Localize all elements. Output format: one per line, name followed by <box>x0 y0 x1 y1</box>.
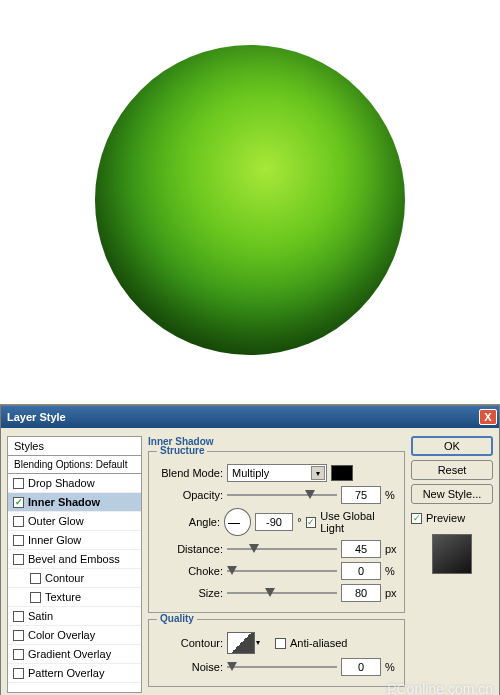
noise-slider[interactable] <box>227 660 337 674</box>
titlebar: Layer Style X <box>1 406 499 428</box>
shadow-color-swatch[interactable] <box>331 465 353 481</box>
size-input[interactable]: 80 <box>341 584 381 602</box>
style-row-label: Drop Shadow <box>28 477 95 489</box>
blend-mode-label: Blend Mode: <box>155 467 223 479</box>
style-row-label: Inner Shadow <box>28 496 100 508</box>
style-row-inner-shadow[interactable]: ✓Inner Shadow <box>8 493 141 512</box>
settings-panel: Inner Shadow Structure Blend Mode: Multi… <box>148 436 405 693</box>
anti-aliased-checkbox[interactable] <box>275 638 286 649</box>
opacity-label: Opacity: <box>155 489 223 501</box>
style-checkbox[interactable] <box>13 649 24 660</box>
choke-unit: % <box>385 565 395 577</box>
preview-swatch <box>432 534 472 574</box>
contour-label: Contour: <box>155 637 223 649</box>
layer-style-dialog: Layer Style X Styles Blending Options: D… <box>0 405 500 695</box>
quality-fieldset: Quality Contour: ▾ Anti-aliased Noise: 0… <box>148 619 405 687</box>
dialog-buttons: OK Reset New Style... ✓ Preview <box>411 436 493 693</box>
style-checkbox[interactable] <box>13 611 24 622</box>
green-sphere <box>95 45 405 355</box>
style-row-label: Bevel and Emboss <box>28 553 120 565</box>
style-row-satin[interactable]: Satin <box>8 607 141 626</box>
choke-input[interactable]: 0 <box>341 562 381 580</box>
noise-input[interactable]: 0 <box>341 658 381 676</box>
distance-input[interactable]: 45 <box>341 540 381 558</box>
style-row-label: Outer Glow <box>28 515 84 527</box>
angle-dial[interactable] <box>224 508 251 536</box>
global-light-checkbox[interactable]: ✓ <box>306 517 317 528</box>
style-row-label: Satin <box>28 610 53 622</box>
style-row-label: Texture <box>45 591 81 603</box>
preview-label: Preview <box>426 512 465 524</box>
style-row-drop-shadow[interactable]: Drop Shadow <box>8 474 141 493</box>
dialog-title: Layer Style <box>7 411 479 423</box>
style-checkbox[interactable] <box>13 668 24 679</box>
style-row-gradient-overlay[interactable]: Gradient Overlay <box>8 645 141 664</box>
quality-legend: Quality <box>157 613 197 624</box>
style-checkbox[interactable] <box>13 630 24 641</box>
preview-checkbox[interactable]: ✓ <box>411 513 422 524</box>
style-checkbox[interactable] <box>13 535 24 546</box>
style-row-texture[interactable]: Texture <box>8 588 141 607</box>
close-button[interactable]: X <box>479 409 497 425</box>
style-checkbox[interactable] <box>30 573 41 584</box>
structure-legend: Structure <box>157 445 207 456</box>
style-row-label: Color Overlay <box>28 629 95 641</box>
style-row-label: Gradient Overlay <box>28 648 111 660</box>
distance-unit: px <box>385 543 397 555</box>
style-checkbox[interactable] <box>30 592 41 603</box>
distance-slider[interactable] <box>227 542 337 556</box>
angle-unit: ° <box>297 516 301 528</box>
blend-mode-value: Multiply <box>232 467 269 479</box>
new-style-button[interactable]: New Style... <box>411 484 493 504</box>
style-row-contour[interactable]: Contour <box>8 569 141 588</box>
reset-button[interactable]: Reset <box>411 460 493 480</box>
style-row-label: Contour <box>45 572 84 584</box>
contour-picker[interactable]: ▾ <box>227 632 255 654</box>
opacity-slider[interactable] <box>227 488 337 502</box>
chevron-down-icon: ▾ <box>256 638 266 648</box>
close-icon: X <box>484 411 491 423</box>
structure-fieldset: Structure Blend Mode: Multiply ▾ Opacity… <box>148 451 405 613</box>
style-checkbox[interactable] <box>13 516 24 527</box>
style-row-bevel-and-emboss[interactable]: Bevel and Emboss <box>8 550 141 569</box>
choke-slider[interactable] <box>227 564 337 578</box>
anti-aliased-label: Anti-aliased <box>290 637 347 649</box>
size-unit: px <box>385 587 397 599</box>
style-row-outer-glow[interactable]: Outer Glow <box>8 512 141 531</box>
angle-input[interactable]: -90 <box>255 513 293 531</box>
style-row-pattern-overlay[interactable]: Pattern Overlay <box>8 664 141 683</box>
canvas-preview <box>0 0 500 405</box>
size-label: Size: <box>155 587 223 599</box>
opacity-input[interactable]: 75 <box>341 486 381 504</box>
style-row-label: Pattern Overlay <box>28 667 104 679</box>
ok-button[interactable]: OK <box>411 436 493 456</box>
style-row-label: Inner Glow <box>28 534 81 546</box>
styles-list-panel: Styles Blending Options: Default Drop Sh… <box>7 436 142 693</box>
style-checkbox[interactable]: ✓ <box>13 497 24 508</box>
global-light-label: Use Global Light <box>320 510 398 534</box>
styles-header[interactable]: Styles <box>8 437 141 456</box>
chevron-down-icon: ▾ <box>311 466 325 480</box>
style-row-inner-glow[interactable]: Inner Glow <box>8 531 141 550</box>
choke-label: Choke: <box>155 565 223 577</box>
noise-unit: % <box>385 661 395 673</box>
size-slider[interactable] <box>227 586 337 600</box>
angle-label: Angle: <box>155 516 220 528</box>
style-row-color-overlay[interactable]: Color Overlay <box>8 626 141 645</box>
style-checkbox[interactable] <box>13 554 24 565</box>
blending-options-row[interactable]: Blending Options: Default <box>8 456 141 474</box>
noise-label: Noise: <box>155 661 223 673</box>
opacity-unit: % <box>385 489 395 501</box>
blend-mode-select[interactable]: Multiply ▾ <box>227 464 327 482</box>
style-checkbox[interactable] <box>13 478 24 489</box>
distance-label: Distance: <box>155 543 223 555</box>
